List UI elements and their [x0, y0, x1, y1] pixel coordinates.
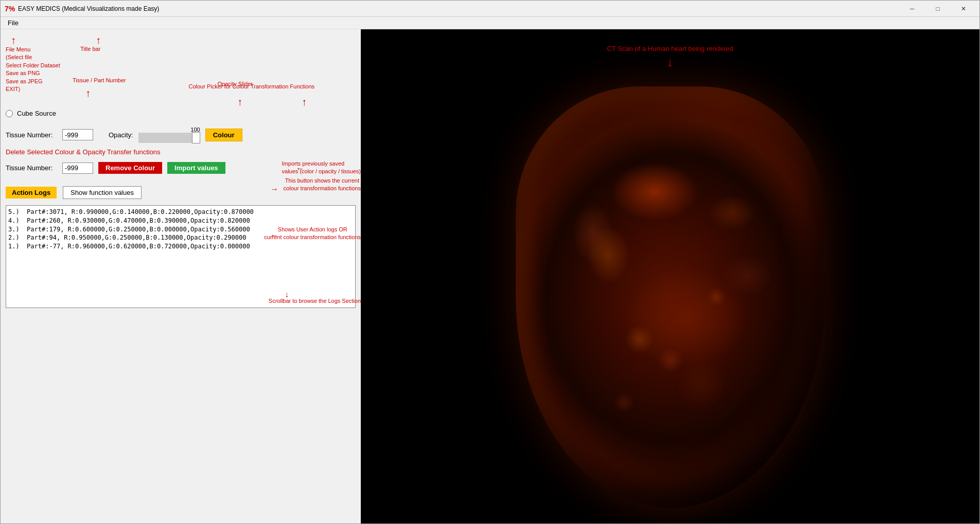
main-window: 7% EASY MEDICS (Medical Visualizations m…	[0, 0, 980, 524]
colour-picker-arrow-icon: ↑	[302, 96, 307, 108]
ct-annotation: CT Scan of a Human heart being rendered …	[361, 45, 979, 52]
main-content: ↑ File Menu (Select file Select Folder D…	[1, 29, 979, 523]
window-title: EASY MEDICS (Medical Visualizations made…	[18, 5, 900, 12]
ct-annotation-text: CT Scan of a Human heart being rendered	[607, 45, 733, 52]
left-panel: ↑ File Menu (Select file Select Folder D…	[1, 29, 361, 523]
show-current-arrow-icon: →	[270, 185, 278, 194]
tissue-opacity-row: Colour Picker for Colour Transformation …	[6, 124, 356, 143]
tissue-label-2: Tissue Number:	[6, 164, 57, 172]
cube-source-row: Cube Source	[6, 110, 356, 117]
file-arrow-icon: ↑	[11, 34, 16, 46]
scrollbar-arrow-icon: ↓	[285, 290, 289, 299]
tissue-input-1[interactable]	[62, 129, 93, 140]
import-annotation: Imports previously saved values (color /…	[282, 160, 361, 176]
file-menu[interactable]: File	[3, 18, 24, 28]
logs-arrow-icon: ←	[270, 231, 278, 240]
ct-scan-display: CT Scan of a Human heart being rendered …	[361, 29, 979, 523]
menu-bar: File	[1, 17, 979, 29]
titlebar-arrow-icon: ↑	[96, 34, 101, 46]
cube-source-radio[interactable]	[6, 110, 13, 117]
tissue-annotation: Tissue / Part Number	[73, 77, 126, 83]
import-button[interactable]: Import values	[167, 162, 225, 174]
heart-render-container	[516, 86, 825, 508]
heart-render	[516, 86, 825, 508]
maximize-button[interactable]: □	[926, 1, 950, 17]
tissue-input-2[interactable]	[62, 162, 93, 174]
delete-text: Delete Selected Colour & Opacity Transfe…	[6, 148, 356, 156]
title-bar: 7% EASY MEDICS (Medical Visualizations m…	[1, 1, 979, 17]
opacity-slider[interactable]	[138, 133, 200, 143]
logs-annotation: Shows User Action logs OR current colour…	[264, 226, 361, 242]
opacity-slider-container: 100	[138, 127, 200, 143]
action-logs-row-section: This button shows the current colour tra…	[6, 182, 356, 199]
minimize-button[interactable]: ─	[900, 1, 924, 17]
action-logs-button[interactable]: Action Logs	[6, 187, 57, 198]
file-menu-annotation: File Menu (Select file Select Folder Dat…	[6, 46, 60, 93]
app-icon: 7%	[5, 4, 15, 14]
opacity-arrow-icon: ↑	[237, 96, 242, 108]
opacity-section: Opacity: 100 Colour	[109, 127, 242, 143]
heart-texture	[516, 86, 825, 508]
logs-textarea[interactable]: 5.) Part#:3071, R:0.990000,G:0.140000,B:…	[6, 205, 356, 308]
logs-section: Shows User Action logs OR current colour…	[6, 205, 356, 310]
show-function-button[interactable]: Show function values	[63, 186, 142, 199]
close-button[interactable]: ✕	[952, 1, 975, 17]
remove-colour-button[interactable]: Remove Colour	[98, 162, 162, 174]
tissue-label-1: Tissue Number:	[6, 131, 57, 139]
show-current-annotation: This button shows the current colour tra…	[284, 177, 361, 193]
tissue-row-1: Tissue Number: Opacity: 100 Colour	[6, 127, 356, 143]
import-arrow-icon: ←	[296, 164, 304, 173]
right-panel: CT Scan of a Human heart being rendered …	[361, 29, 979, 523]
tissue-row-2-section: Imports previously saved values (color /…	[6, 160, 356, 174]
tissue-arrow-icon: ↑	[85, 87, 91, 99]
window-controls: ─ □ ✕	[900, 1, 975, 17]
opacity-label: Opacity:	[109, 131, 133, 139]
ct-arrow-icon: ↓	[667, 55, 673, 69]
opacity-annotation: Opacity Slider	[218, 81, 253, 87]
cube-source-label: Cube Source	[17, 110, 56, 117]
scrollbar-annotation: Scrollbar to browse the Logs Section	[269, 298, 361, 304]
titlebar-annotation: Title bar	[80, 46, 100, 52]
colour-button[interactable]: Colour	[205, 129, 242, 141]
